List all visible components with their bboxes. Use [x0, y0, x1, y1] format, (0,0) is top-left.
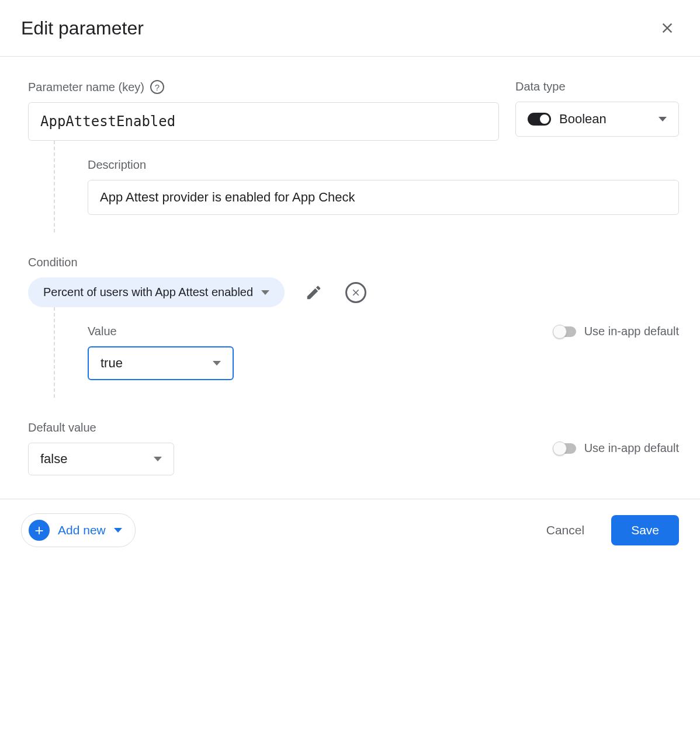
default-inapp-label: Use in-app default: [584, 441, 679, 455]
pencil-icon: [305, 284, 323, 301]
save-button[interactable]: Save: [611, 515, 679, 545]
dialog-body: Parameter name (key) ? Data type Boolean…: [0, 57, 700, 499]
dialog-footer: + Add new Cancel Save: [0, 499, 700, 561]
default-value-row: Default value false Use in-app default: [28, 421, 679, 475]
param-name-field: Parameter name (key) ?: [28, 80, 499, 141]
chevron-down-icon: [154, 457, 162, 461]
condition-row: Percent of users with App Attest enabled: [28, 277, 679, 307]
condition-value-text: true: [101, 356, 123, 371]
condition-value-block: Value true Use in-app default: [54, 307, 679, 398]
value-label: Value: [88, 325, 234, 338]
cancel-button[interactable]: Cancel: [537, 516, 594, 544]
description-block: Description: [54, 141, 679, 232]
default-value-text: false: [40, 451, 67, 467]
chevron-down-icon: [659, 117, 667, 121]
close-button[interactable]: [656, 16, 679, 40]
help-icon[interactable]: ?: [150, 80, 164, 94]
footer-actions: Cancel Save: [537, 515, 679, 545]
condition-chip-text: Percent of users with App Attest enabled: [43, 286, 253, 299]
condition-section: Condition Percent of users with App Atte…: [28, 256, 679, 398]
condition-label: Condition: [28, 256, 679, 269]
data-type-value: Boolean: [559, 112, 607, 127]
dialog-title: Edit parameter: [21, 18, 144, 39]
default-value-field: Default value false: [28, 421, 174, 475]
close-circle-icon: [345, 282, 366, 303]
param-name-input[interactable]: [28, 102, 499, 141]
data-type-field: Data type Boolean: [515, 80, 679, 137]
plus-icon: +: [29, 520, 50, 541]
boolean-icon: [528, 113, 551, 126]
chevron-down-icon: [213, 361, 221, 366]
value-field: Value true: [88, 325, 234, 380]
default-value-select[interactable]: false: [28, 443, 174, 475]
remove-condition-button[interactable]: [343, 280, 369, 305]
add-new-label: Add new: [58, 523, 106, 537]
condition-value-select[interactable]: true: [88, 346, 234, 380]
close-icon: [659, 20, 675, 36]
data-type-label: Data type: [515, 80, 679, 93]
description-input[interactable]: [88, 180, 679, 215]
condition-inapp-default: Use in-app default: [554, 325, 679, 338]
default-inapp-default: Use in-app default: [554, 441, 679, 455]
description-label: Description: [88, 158, 679, 172]
param-name-label-text: Parameter name (key): [28, 81, 144, 94]
dialog-header: Edit parameter: [0, 0, 700, 57]
param-name-label: Parameter name (key) ?: [28, 80, 499, 94]
condition-inapp-toggle[interactable]: [554, 326, 576, 337]
chevron-down-icon: [114, 528, 122, 533]
condition-inapp-label: Use in-app default: [584, 325, 679, 338]
add-new-button[interactable]: + Add new: [21, 513, 136, 547]
value-row: Value true Use in-app default: [88, 325, 679, 380]
condition-chip[interactable]: Percent of users with App Attest enabled: [28, 277, 285, 307]
edit-condition-button[interactable]: [301, 280, 327, 305]
top-row: Parameter name (key) ? Data type Boolean: [28, 80, 679, 141]
default-value-label: Default value: [28, 421, 174, 434]
data-type-select[interactable]: Boolean: [515, 102, 679, 137]
chevron-down-icon: [261, 290, 269, 295]
default-inapp-toggle[interactable]: [554, 443, 576, 454]
